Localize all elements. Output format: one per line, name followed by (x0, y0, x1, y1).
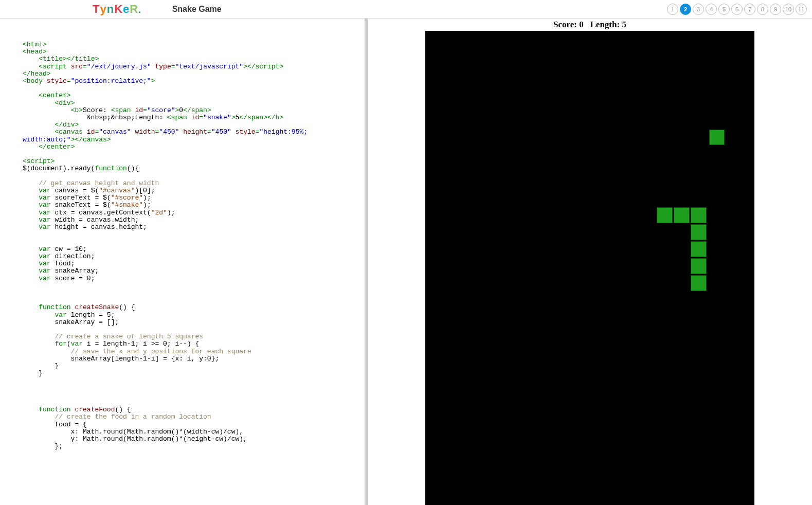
length-label: Length: (590, 20, 620, 29)
logo-letter: e (123, 3, 130, 16)
snake-block (657, 207, 673, 223)
step-6[interactable]: 6 (731, 4, 743, 15)
preview-pane: Score: 0 Length: 5 (368, 19, 812, 505)
score-label: Score: (553, 20, 577, 29)
step-nav: 1234567891011 (667, 4, 807, 15)
step-10[interactable]: 10 (783, 4, 794, 15)
food-block (709, 130, 725, 145)
snake-block (691, 241, 707, 257)
logo-letter: K (114, 3, 123, 16)
score-value: 0 (579, 20, 584, 29)
game-canvas[interactable] (425, 31, 754, 505)
tynker-logo[interactable]: TynKeR. (93, 3, 141, 16)
step-7[interactable]: 7 (744, 4, 755, 15)
step-2[interactable]: 2 (680, 4, 691, 15)
snake-block (691, 207, 707, 223)
header: TynKeR. Snake Game 1234567891011 (0, 0, 812, 19)
scorebar: Score: 0 Length: 5 (553, 19, 626, 31)
logo-letter: R (130, 3, 138, 16)
logo-letter: T (93, 3, 100, 16)
step-3[interactable]: 3 (693, 4, 704, 15)
logo-letter: y (100, 3, 106, 16)
page-title: Snake Game (172, 5, 222, 14)
snake-block (691, 258, 707, 274)
step-5[interactable]: 5 (718, 4, 730, 15)
step-1[interactable]: 1 (667, 4, 678, 15)
step-9[interactable]: 9 (770, 4, 781, 15)
step-8[interactable]: 8 (757, 4, 768, 15)
step-4[interactable]: 4 (706, 4, 717, 15)
code-editor[interactable]: <html> <head> <title></title> <script sr… (0, 19, 368, 505)
main: <html> <head> <title></title> <script sr… (0, 19, 812, 505)
length-value: 5 (622, 20, 626, 29)
snake-block (691, 224, 707, 240)
game-canvas-wrap (368, 31, 812, 505)
step-11[interactable]: 11 (796, 4, 807, 15)
snake-block (691, 275, 707, 291)
logo-letter: n (107, 3, 114, 16)
snake-block (674, 207, 690, 223)
logo-letter: . (138, 6, 141, 15)
